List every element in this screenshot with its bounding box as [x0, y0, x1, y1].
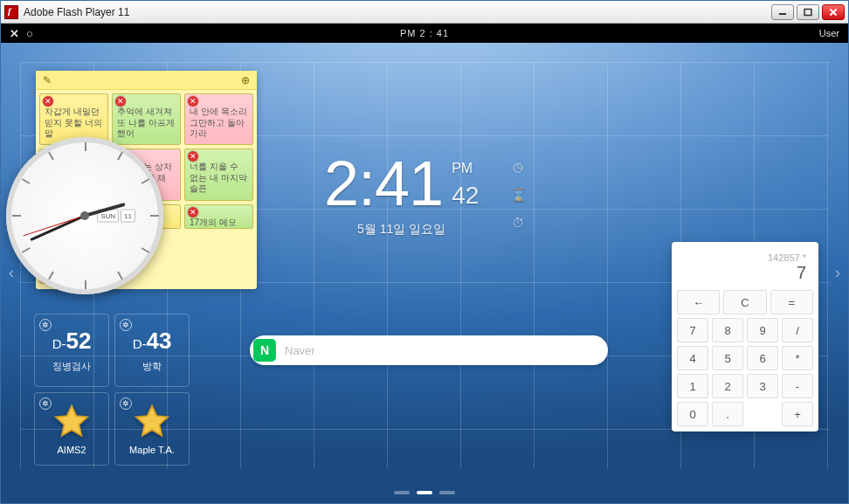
calc-key[interactable]: -	[782, 374, 813, 398]
digital-seconds: 42	[452, 182, 479, 210]
digital-date: 5월 11일 일요일	[324, 222, 479, 238]
gear-icon[interactable]: ✲	[39, 319, 52, 331]
calc-key[interactable]: .	[712, 402, 743, 426]
calc-key[interactable]: =	[770, 290, 813, 314]
app-topbar: ✕ ○ PM 2 : 41 User	[1, 24, 848, 43]
note-text: 너를 지울 수 없는 내 마지막 슬픈	[190, 162, 247, 193]
close-button[interactable]	[822, 4, 845, 20]
desktop-stage: ‹ › ✎ ⊕ ✕차갑게 내밀던 믿지 못할 너의 말✕추억에 새겨져 또 나를…	[1, 43, 848, 503]
dday-label: 방학	[142, 360, 162, 373]
dday-widget-2[interactable]: ✲ D-43 방학	[114, 314, 190, 387]
topbar-user[interactable]: User	[735, 28, 839, 38]
note-delete-icon[interactable]: ✕	[43, 96, 53, 107]
calc-key[interactable]: 6	[747, 346, 778, 370]
note-delete-icon[interactable]: ✕	[115, 96, 126, 107]
second-hand	[23, 216, 85, 237]
gear-icon[interactable]: ✲	[120, 319, 132, 331]
topbar-time: PM 2 : 41	[114, 28, 735, 38]
calc-key[interactable]: 8	[712, 318, 743, 342]
naver-icon: N	[253, 339, 276, 362]
calc-key[interactable]: 0	[677, 402, 708, 426]
pager-dot[interactable]	[394, 491, 410, 494]
note-text: 내 안에 목소리 그만하고 돌아가라	[190, 107, 247, 138]
page-indicator	[394, 491, 455, 494]
calc-key[interactable]: C	[723, 290, 766, 314]
note-delete-icon[interactable]: ✕	[188, 151, 198, 162]
topbar-circle-icon[interactable]: ○	[26, 27, 33, 40]
topbar-close-icon[interactable]: ✕	[10, 27, 19, 40]
sticky-note[interactable]: ✕내 안에 목소리 그만하고 돌아가라	[184, 93, 253, 145]
calc-key[interactable]: +	[782, 402, 813, 426]
notes-add-icon[interactable]: ⊕	[241, 74, 250, 86]
note-delete-icon[interactable]: ✕	[188, 96, 198, 107]
dday-label: 징병검사	[52, 360, 91, 373]
pager-dot[interactable]	[417, 491, 432, 494]
flash-icon	[4, 5, 18, 19]
search-bar[interactable]: N	[250, 335, 608, 365]
calc-key[interactable]: 4	[677, 346, 708, 370]
window-title: Adobe Flash Player 11	[24, 6, 771, 18]
calc-key[interactable]: 3	[747, 374, 778, 398]
digital-ampm: PM	[452, 161, 479, 176]
calc-key[interactable]: 2	[712, 374, 743, 398]
gear-icon[interactable]: ✲	[120, 397, 132, 410]
page-next-arrow[interactable]: ›	[829, 247, 846, 300]
shortcut-maple[interactable]: ✲ Maple T.A.	[114, 392, 190, 466]
calc-key[interactable]: 5	[712, 346, 743, 370]
analog-clock-widget: SUN 11	[6, 137, 163, 294]
maximize-button[interactable]	[797, 4, 819, 20]
svg-rect-1	[804, 9, 811, 15]
shortcut-aims2[interactable]: ✲ AIMS2	[34, 392, 109, 466]
app-window: Adobe Flash Player 11 ✕ ○ PM 2 : 41 User…	[0, 0, 849, 504]
sticky-note[interactable]: ✕너를 지울 수 없는 내 마지막 슬픈	[184, 148, 253, 200]
pager-dot[interactable]	[439, 491, 455, 494]
sticky-note[interactable]: ✕17개의 메모	[184, 204, 253, 229]
clock-icon[interactable]: ◷	[510, 159, 526, 175]
note-text: 차갑게 내밀던 믿지 못할 너의 말	[45, 107, 102, 138]
calc-key[interactable]: 7	[677, 318, 708, 342]
calc-history: 142857 *	[684, 252, 806, 263]
dday-widget-1[interactable]: ✲ D-52 징병검사	[34, 314, 109, 387]
calc-key[interactable]: 9	[747, 318, 778, 342]
note-text: 17개의 메모	[190, 217, 237, 227]
calc-key[interactable]: ←	[677, 290, 720, 314]
search-input[interactable]	[285, 344, 596, 357]
minimize-button[interactable]	[771, 4, 794, 20]
calculator-widget: 142857 * 7 ←C= 789/456*123-0.+	[672, 242, 818, 432]
calc-key[interactable]: 1	[677, 374, 708, 398]
digital-time: 2:41	[324, 152, 443, 215]
calc-key[interactable]: /	[782, 318, 813, 342]
calc-value: 7	[684, 263, 806, 283]
calc-key[interactable]: *	[782, 346, 813, 370]
titlebar: Adobe Flash Player 11	[1, 1, 848, 24]
timer-icon[interactable]: ⏱	[510, 215, 526, 231]
gear-icon[interactable]: ✲	[39, 397, 52, 410]
notes-edit-icon[interactable]: ✎	[43, 74, 52, 86]
digital-clock-widget: 2:41 PM 42 5월 11일 일요일 ◷ ⌛ ⏱	[324, 152, 479, 238]
note-text: 추억에 새겨져 또 나를 아프게 했어	[117, 107, 175, 138]
star-icon	[133, 403, 171, 441]
star-icon	[52, 403, 91, 441]
hourglass-icon[interactable]: ⌛	[510, 187, 526, 203]
note-delete-icon[interactable]: ✕	[188, 207, 198, 217]
